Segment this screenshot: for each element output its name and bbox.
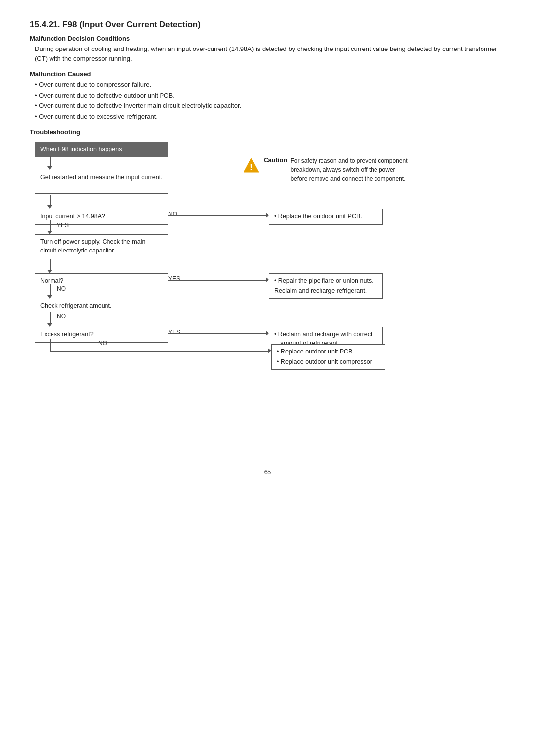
step4-yes-result: • Repair the pipe flare or union nuts. R… <box>269 273 383 299</box>
step5-no-label: NO <box>57 313 66 320</box>
svg-text:!: ! <box>250 162 253 172</box>
caution-text: For safety reason and to prevent compone… <box>290 156 409 183</box>
step5-box: Check refrigerant amount. <box>35 299 168 314</box>
step2-yes-label: YES <box>57 222 69 229</box>
page-title: 15.4.21. F98 (Input Over Current Detecti… <box>30 20 505 30</box>
caution-area: ! Caution For safety reason and to preve… <box>243 156 409 183</box>
step6-no-result: • Replace outdoor unit PCB • Replace out… <box>271 344 385 370</box>
list-item: Over-current due to excessive refrigeran… <box>35 112 505 122</box>
step6-no-label-bottom: NO <box>98 340 107 347</box>
caution-label: Caution <box>264 156 287 183</box>
malfunction-decision-section: Malfunction Decision Conditions During o… <box>30 35 505 63</box>
list-item: Over-current due to defective outdoor un… <box>35 91 505 101</box>
caution-icon: ! <box>243 157 260 173</box>
step2-box: Input current > 14.98A? <box>35 209 168 225</box>
malfunction-caused-list: Over-current due to compressor failure. … <box>30 80 505 121</box>
list-item: Over-current due to defective inverter m… <box>35 101 505 111</box>
step6-yes-label: YES <box>168 329 180 336</box>
step2-no-label: NO <box>168 211 177 218</box>
troubleshooting-section: Troubleshooting When F98 indication happ… <box>30 128 505 449</box>
step4-yes-label: YES <box>168 275 180 282</box>
malfunction-caused-section: Malfunction Caused Over-current due to c… <box>30 70 505 121</box>
page-number: 65 <box>30 468 505 476</box>
start-box: When F98 indication happens <box>35 142 168 157</box>
step3-box: Turn off power supply. Check the main ci… <box>35 234 168 258</box>
malfunction-decision-label: Malfunction Decision Conditions <box>30 35 505 42</box>
malfunction-caused-label: Malfunction Caused <box>30 70 505 78</box>
step4-no-label: NO <box>57 285 66 292</box>
step1-box: Get restarted and measure the input curr… <box>35 170 168 194</box>
list-item: Over-current due to compressor failure. <box>35 80 505 90</box>
step2-no-result: • Replace the outdoor unit PCB. <box>269 209 383 225</box>
malfunction-decision-body: During operation of cooling and heating,… <box>30 44 505 63</box>
troubleshooting-label: Troubleshooting <box>30 128 505 136</box>
step4-box: Normal? <box>35 273 168 289</box>
flowchart: When F98 indication happens Get restarte… <box>30 142 505 449</box>
